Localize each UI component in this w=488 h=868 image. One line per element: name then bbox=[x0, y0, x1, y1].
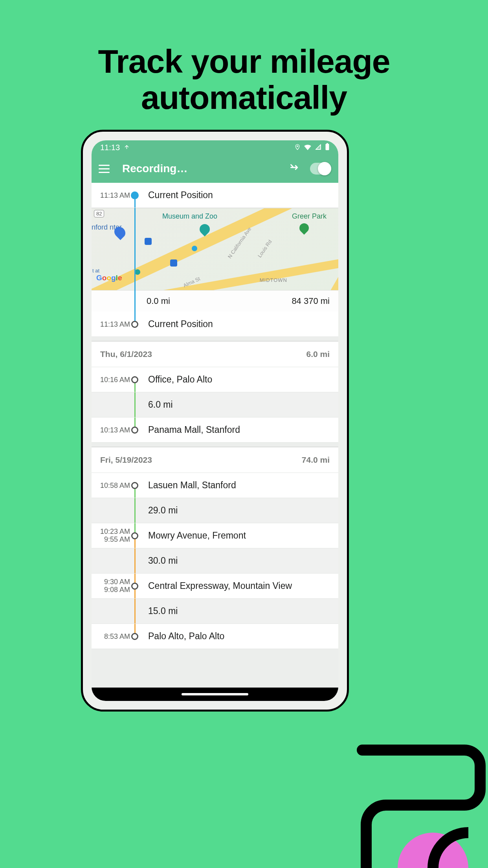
map-stats: 0.0 mi 84 370 mi bbox=[92, 291, 338, 312]
map-pin-green-icon bbox=[297, 221, 311, 235]
segment-distance: 30.0 mi bbox=[139, 548, 338, 573]
dot-hollow-icon bbox=[131, 633, 138, 640]
status-bar: 11:13 bbox=[92, 140, 338, 154]
segment-distance: 6.0 mi bbox=[139, 392, 338, 417]
map-road-louis: Louis Rd bbox=[257, 239, 273, 259]
status-time: 11:13 bbox=[100, 143, 120, 152]
trip-stop-row[interactable]: 10:23 AM 9:55 AM Mowry Avenue, Fremont bbox=[92, 523, 338, 548]
dot-hollow-icon bbox=[131, 482, 138, 489]
stop-label: Lasuen Mall, Stanford bbox=[139, 473, 338, 498]
section-total: 74.0 mi bbox=[302, 455, 330, 465]
map-dot-teal-icon bbox=[135, 269, 140, 275]
stop-label: Central Expressway, Mountain View bbox=[139, 574, 338, 598]
current-end-label: Current Position bbox=[139, 312, 338, 337]
stop-label: Office, Palo Alto bbox=[139, 367, 338, 392]
current-start-row[interactable]: 11:13 AM Current Position bbox=[92, 183, 338, 208]
device-frame: 11:13 Reco bbox=[81, 130, 349, 712]
wifi-icon bbox=[304, 143, 312, 152]
dot-hollow-icon bbox=[131, 376, 138, 383]
trip-stop-row[interactable]: 9:30 AM 9:08 AM Central Expressway, Moun… bbox=[92, 574, 338, 599]
google-logo: Google bbox=[96, 274, 122, 282]
svg-point-0 bbox=[297, 145, 298, 147]
current-distance: 0.0 mi bbox=[147, 296, 170, 306]
dot-hollow-icon bbox=[131, 583, 138, 590]
map-block: Museum and Zoo Greer Park nford nter Alm… bbox=[92, 208, 338, 312]
recording-toggle[interactable] bbox=[310, 163, 331, 175]
dot-hollow-icon bbox=[131, 427, 138, 434]
segment-distance: 15.0 mi bbox=[139, 599, 338, 623]
svg-rect-2 bbox=[327, 143, 328, 144]
section-date: Thu, 6/1/2023 bbox=[100, 349, 152, 359]
nav-home-pill[interactable] bbox=[182, 693, 248, 695]
current-start-label: Current Position bbox=[139, 183, 338, 208]
promo-headline: Track your mileage automatically bbox=[0, 0, 488, 116]
map-poi-google-at: t at bbox=[92, 268, 99, 274]
app-header: Recording… bbox=[92, 154, 338, 183]
location-pin-icon bbox=[294, 143, 301, 152]
map-current-dot-icon bbox=[192, 246, 197, 251]
menu-hamburger-icon[interactable] bbox=[99, 162, 113, 176]
section-total: 6.0 mi bbox=[306, 349, 330, 359]
trip-list[interactable]: 11:13 AM Current Position Museum and Zoo… bbox=[92, 183, 338, 688]
shuffle-icon[interactable] bbox=[290, 163, 301, 174]
share-icon bbox=[124, 143, 131, 152]
battery-icon bbox=[325, 143, 330, 152]
map-view[interactable]: Museum and Zoo Greer Park nford nter Alm… bbox=[92, 208, 338, 291]
system-nav-bar bbox=[92, 688, 338, 701]
section-date: Fri, 5/19/2023 bbox=[100, 455, 152, 465]
map-road-82: 82 bbox=[94, 210, 104, 217]
trip-segment-row[interactable]: 6.0 mi bbox=[92, 392, 338, 417]
stop-label: Mowry Avenue, Fremont bbox=[139, 523, 338, 548]
decorative-graphic bbox=[315, 695, 488, 868]
trip-segment-row[interactable]: 29.0 mi bbox=[92, 498, 338, 523]
header-title: Recording… bbox=[122, 162, 290, 175]
trip-segment-row[interactable]: 15.0 mi bbox=[92, 599, 338, 624]
map-poi-museum: Museum and Zoo bbox=[162, 212, 217, 221]
signal-cellular-icon bbox=[315, 143, 322, 152]
current-odometer: 84 370 mi bbox=[292, 296, 330, 306]
map-transit-icon bbox=[170, 259, 177, 267]
segment-distance: 29.0 mi bbox=[139, 498, 338, 523]
dot-hollow-icon bbox=[131, 532, 138, 539]
dot-current-icon bbox=[131, 191, 139, 199]
stop-label: Palo Alto, Palo Alto bbox=[139, 624, 338, 649]
trip-stop-row[interactable]: 10:13 AM Panama Mall, Stanford bbox=[92, 417, 338, 443]
stop-label: Panama Mall, Stanford bbox=[139, 417, 338, 442]
device-screen: 11:13 Reco bbox=[92, 140, 338, 701]
map-transit-icon bbox=[145, 238, 152, 245]
trip-stop-row[interactable]: 10:16 AM Office, Palo Alto bbox=[92, 367, 338, 392]
section-header: Thu, 6/1/2023 6.0 mi bbox=[92, 341, 338, 367]
dot-hollow-icon bbox=[131, 321, 138, 328]
section-header: Fri, 5/19/2023 74.0 mi bbox=[92, 447, 338, 473]
map-poi-greer: Greer Park bbox=[292, 212, 327, 221]
trip-stop-row[interactable]: 10:58 AM Lasuen Mall, Stanford bbox=[92, 473, 338, 498]
svg-rect-1 bbox=[326, 143, 329, 150]
trip-stop-row[interactable]: 8:53 AM Palo Alto, Palo Alto bbox=[92, 624, 338, 649]
map-poi-midtown: MIDTOWN bbox=[260, 277, 287, 283]
current-end-row[interactable]: 11:13 AM Current Position bbox=[92, 312, 338, 337]
trip-segment-row[interactable]: 30.0 mi bbox=[92, 548, 338, 574]
